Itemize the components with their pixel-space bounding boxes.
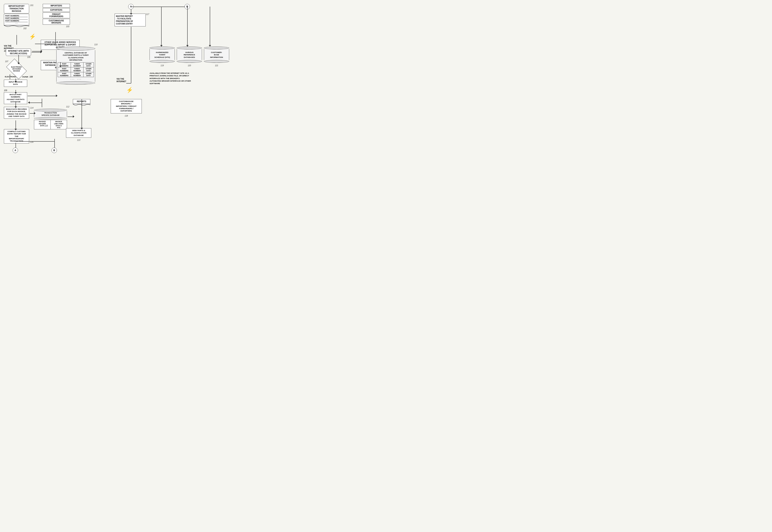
transaction-db: TRANSACTIONSPECIFIC DATABASE INVOICEHEAD… [34,109,67,129]
arrow-trans-to-reports [73,115,74,118]
customer-bottom [204,60,229,63]
line-mid-db [161,7,162,45]
via-internet-right: VIA THEINTERNET [117,78,126,83]
ref-112: 112 [66,106,69,108]
line-trans-to-reports [68,117,73,117]
arrow-down-4 [15,129,17,130]
ref-105: 105 [27,56,30,58]
line-reports-down [82,103,82,128]
available-text: AVAILABLE FROM THE INTERNET SITE AS A PR… [150,72,231,85]
ref-114: 114 [30,107,33,109]
diagram-container: IMPORT/EXPORT TRANSACTION INVOICES 101 P… [4,4,229,155]
ref-108: 108 [30,76,33,78]
build-data-label: BUILD DATA RECORDSFOR EACH INVOICE,JOINI… [4,107,29,119]
arrow-to-build [28,101,30,104]
ref-118: 118 [125,115,128,117]
line-to-circle-b [54,139,55,148]
line-invoice-down [17,35,17,45]
master-report-box: MASTER REPORT- TO FACILITATEPREPARATION … [115,14,146,26]
part-numbers-2: PART NUMBERS [5,17,28,20]
db-row1-col3: OTHER DATA [83,63,94,67]
line-maintain-to-db [60,62,61,66]
arrow-to-master [130,13,132,15]
line-down-3 [16,102,16,107]
trans-db-label: TRANSACTIONSPECIFIC DATABASE [34,111,67,117]
trans-db-top [34,109,67,111]
customhouse-box: CUSTOMHOUSEBROKERS /IMPORTERS / FREIGHTF… [111,99,142,113]
line-bottom-h [16,141,54,142]
cylinder-body: CENTRAL DATABASE OFCUSTOMER PARTS & TARI… [56,50,95,82]
ref-110: 110 [94,44,97,46]
db-row2-col2: TARIFF NUMBER [71,67,83,72]
arrow-down-various [186,45,189,47]
ref-102: 102 [23,27,27,30]
ref-103: 103 [66,25,69,28]
line-master-down [131,27,131,83]
lightning-bolt-left: ⚡ [29,34,36,39]
various-top [177,47,202,49]
db-ellipsis: · · · · · · [58,77,94,81]
db-row3-col2: TARIFF NUMBER [71,72,83,77]
part-numbers-1: PART NUMBERS [5,15,28,17]
various-bottom [177,60,202,63]
left-section: IMPORT/EXPORT TRANSACTION INVOICES 101 P… [4,4,105,155]
central-db: CENTRAL DATABASE OFCUSTOMER PARTS & TARI… [56,47,95,85]
arrow-build-to-trans [34,112,36,114]
line-site-diamond [18,55,19,63]
db-row3-col1: PART NUMBERS [58,72,71,77]
invoice-document: IMPORT/EXPORT TRANSACTION INVOICES 101 P… [4,4,29,30]
master-report-label: MASTER REPORT- TO FACILITATEPREPARATION … [115,14,146,26]
central-db-label: CENTRAL DATABASE OFCUSTOMER PARTS & TARI… [58,52,94,61]
arrow-site-diamond [17,63,20,64]
line-central-to-build [42,99,42,107]
paper-label: PAPER 108 [22,76,33,78]
line-db-to-reports [82,99,82,103]
arrow-down-3 [15,106,17,108]
line-down-4 [16,120,16,129]
line-site-right [32,52,41,52]
circle-a-left: A [13,148,18,153]
ref-117: 117 [146,13,149,15]
line-build-to-trans [30,113,34,114]
electronic-label: ELECTRONIC [5,76,16,78]
customer-db: CUSTOMER-BASEINFORMATION 121 [204,47,229,63]
db-row2-col1: PART NUMBERS [58,67,71,72]
various-db: VARIOUSREFERENCEDATABASES 120 [177,47,202,63]
hts-top [150,47,175,49]
arrow-match-to-db [56,95,57,97]
invoice-header-data: INVOICEHEADERDATA [34,120,51,129]
arrow-down-customer [209,45,211,47]
cylinder-bottom-ellipse [56,81,95,84]
line-rightmost-db [210,7,210,45]
arrow-down-1 [15,81,17,83]
line-right-db [187,7,188,45]
lightning-bolt-right: ⚡ [126,87,133,93]
arrow-down-2 [15,92,17,94]
arrow-down-hts [160,45,163,47]
hts-label: HARMONIZEDTARIFFSCHEDULE (HTS) [150,49,175,60]
circle-b-left: B [51,148,57,153]
line-match-to-db [28,96,56,96]
db-row1-col2: TARIFF NUMBER [71,63,83,67]
line-down-1 [16,79,16,81]
harmonized-db: HARMONIZEDTARIFFSCHEDULE (HTS) 119 [150,47,175,63]
invoice-line-items: INVOICELINE ITEMSDATA &HTS [51,120,67,129]
ref-119: 119 [161,64,164,67]
customhouse-label: CUSTOMHOUSEBROKERS /IMPORTERS / FREIGHTF… [111,99,142,113]
customer-label: CUSTOMER-BASEINFORMATION [204,49,229,60]
line-h-to-build [28,103,42,103]
line-to-other-value [32,51,41,51]
trans-db-table: INVOICEHEADERDATA INVOICELINE ITEMSDATA … [34,120,67,129]
cylinder-top-ellipse [56,47,95,51]
ref-113: 113 [77,139,80,141]
diamond-container: ELECTRONICOR PAPERINVOICE 107 [8,63,25,75]
build-data-box: BUILD DATA RECORDSFOR EACH INVOICE,JOINI… [4,107,29,119]
customer-top [204,47,229,49]
line-to-circle-a [16,143,16,148]
line-to-lightning [126,83,131,84]
arrow-site-right [40,51,42,53]
central-db-table: PART NUMBERS TARIFF NUMBER OTHER DATA PA… [58,62,94,77]
users-box: IMPORTERS EXPORTERS FREIGHTFORWARDERS CU… [43,4,70,28]
hts-bottom [150,60,175,63]
line-users-down [55,32,56,44]
